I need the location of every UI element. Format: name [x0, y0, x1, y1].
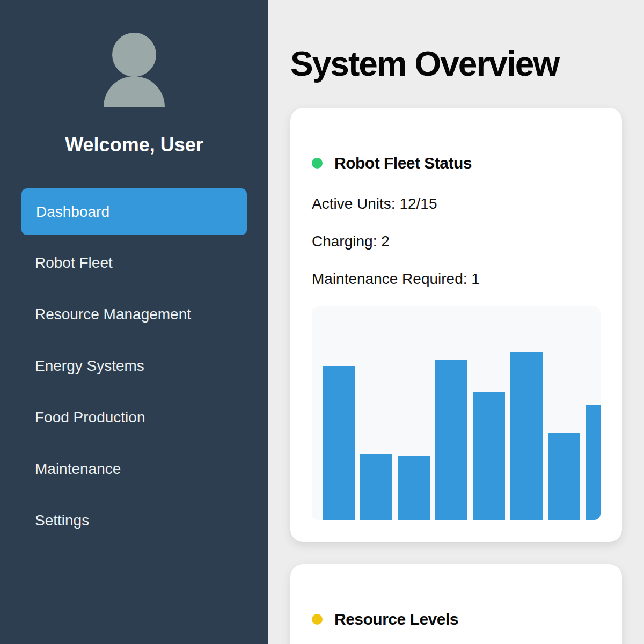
nav-item-robot-fleet[interactable]: Robot Fleet — [0, 237, 268, 289]
main-content: System Overview Robot Fleet Status Activ… — [268, 0, 644, 644]
nav-item-label: Maintenance — [35, 460, 121, 478]
nav-item-label: Resource Management — [35, 306, 191, 323]
avatar-shoulders-shape — [104, 76, 165, 107]
chart-bar — [586, 405, 601, 520]
fleet-activity-chart — [312, 306, 601, 520]
fleet-card-title: Robot Fleet Status — [334, 151, 472, 175]
nav-item-label: Food Production — [35, 409, 145, 426]
yellow-status-dot-icon — [312, 614, 323, 625]
chart-bar — [510, 352, 543, 520]
nav-item-maintenance[interactable]: Maintenance — [0, 443, 268, 495]
welcome-text: Welcome, User — [0, 134, 268, 156]
nav-item-food-production[interactable]: Food Production — [0, 392, 268, 443]
chart-bar — [398, 456, 430, 520]
user-avatar-icon — [104, 33, 165, 107]
nav-item-label: Settings — [35, 512, 89, 529]
resources-card-title: Resource Levels — [334, 607, 458, 631]
fleet-activity-bars — [323, 306, 601, 520]
page-title: System Overview — [290, 44, 622, 84]
chart-bar — [360, 454, 392, 520]
chart-bar — [548, 433, 580, 520]
nav-item-dashboard[interactable]: Dashboard — [21, 188, 247, 235]
fleet-status-card: Robot Fleet Status Active Units: 12/15 C… — [290, 108, 622, 542]
nav-item-label: Energy Systems — [35, 357, 144, 375]
stat-charging: Charging: 2 — [312, 231, 601, 252]
resources-card-heading: Resource Levels — [312, 607, 601, 631]
green-status-dot-icon — [312, 158, 323, 169]
nav-item-energy-systems[interactable]: Energy Systems — [0, 340, 268, 392]
nav-item-settings[interactable]: Settings — [0, 495, 268, 546]
sidebar-nav: Dashboard Robot Fleet Resource Managemen… — [0, 188, 268, 546]
stat-active-units: Active Units: 12/15 — [312, 193, 601, 215]
chart-bar — [435, 360, 467, 521]
fleet-card-heading: Robot Fleet Status — [312, 151, 601, 175]
nav-item-label: Robot Fleet — [35, 254, 113, 272]
sidebar: Welcome, User Dashboard Robot Fleet Reso… — [0, 0, 268, 644]
nav-item-label: Dashboard — [36, 203, 109, 221]
stat-maintenance-required: Maintenance Required: 1 — [312, 268, 601, 290]
resource-levels-card: Resource Levels — [290, 564, 622, 644]
avatar-head-shape — [112, 33, 156, 77]
chart-bar — [323, 366, 355, 520]
nav-item-resource-management[interactable]: Resource Management — [0, 289, 268, 340]
fleet-stats: Active Units: 12/15 Charging: 2 Maintena… — [312, 193, 601, 290]
chart-bar — [473, 392, 505, 520]
